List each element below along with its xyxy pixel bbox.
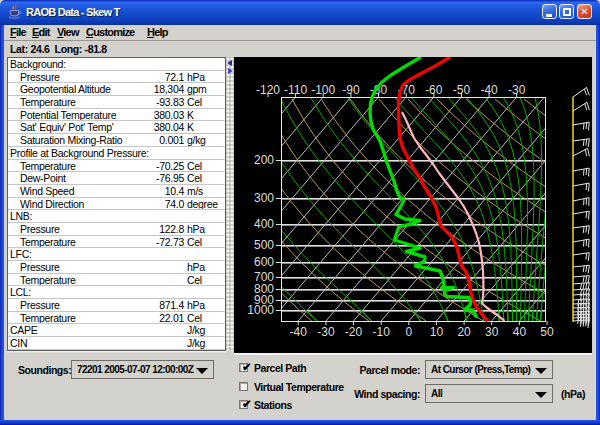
svg-text:600: 600	[254, 255, 274, 269]
svg-text:10: 10	[430, 325, 444, 339]
svg-text:-100: -100	[311, 83, 335, 97]
svg-text:400: 400	[254, 217, 274, 231]
svg-text:-40: -40	[290, 325, 308, 339]
svg-text:-20: -20	[345, 325, 363, 339]
svg-text:-50: -50	[453, 83, 471, 97]
svg-text:-30: -30	[317, 325, 335, 339]
svg-text:-10: -10	[373, 325, 391, 339]
svg-text:-60: -60	[425, 83, 443, 97]
svg-text:20: 20	[457, 325, 471, 339]
svg-text:-30: -30	[508, 83, 526, 97]
svg-text:40: 40	[513, 325, 527, 339]
svg-text:500: 500	[254, 238, 274, 252]
svg-text:-110: -110	[284, 83, 307, 97]
svg-text:200: 200	[254, 153, 274, 167]
svg-text:-40: -40	[480, 83, 498, 97]
svg-text:30: 30	[485, 325, 499, 339]
svg-text:50: 50	[540, 325, 554, 339]
svg-text:1000: 1000	[247, 303, 274, 317]
svg-text:-120: -120	[256, 83, 280, 97]
svg-text:-90: -90	[342, 83, 360, 97]
svg-text:300: 300	[254, 191, 274, 205]
svg-text:0: 0	[405, 325, 412, 339]
